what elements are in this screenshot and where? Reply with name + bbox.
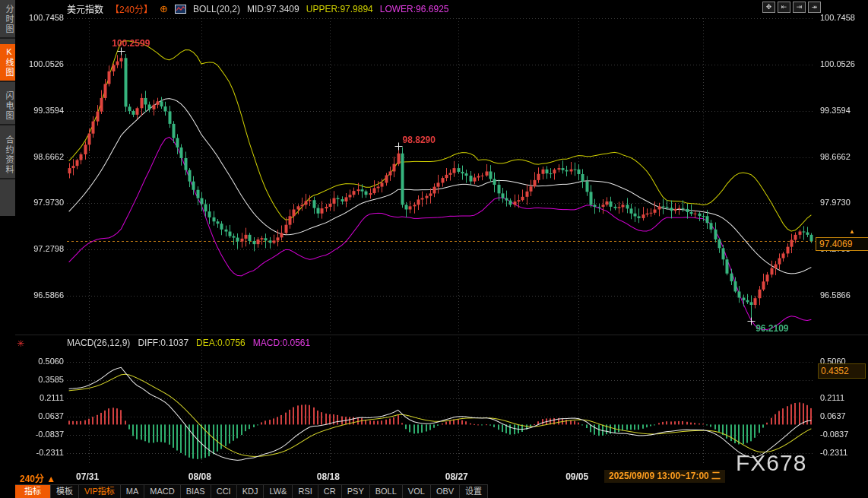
date-label-0: 07/31 (76, 471, 99, 482)
toolbar-item-12[interactable]: BOLL (370, 485, 403, 498)
toolbar-item-9[interactable]: RSI (293, 485, 318, 498)
price-label-left-3: 98.6662 (17, 152, 64, 161)
toolbar-item-13[interactable]: VOL (403, 485, 431, 498)
toolbar-item-5[interactable]: BIAS (181, 485, 211, 498)
boll-params-label: BOLL(20,2) (193, 4, 240, 14)
sidebar-item-1[interactable]: K线图 (0, 44, 15, 82)
price-label-left-1: 100.0526 (17, 59, 64, 68)
date-label-2: 08/18 (317, 471, 340, 482)
macd-label-left-4: -0.0837 (17, 430, 64, 439)
boll-mid-value: MID:97.3409 (247, 4, 299, 14)
pan-right-icon[interactable]: ⇥ (793, 2, 806, 13)
period-label[interactable]: 【240分】 (110, 2, 153, 15)
sidebar-item-0[interactable]: 分时图 (0, 2, 15, 39)
toolbar-item-6[interactable]: CCI (211, 485, 237, 498)
macd-label-right-3: 0.0637 (820, 411, 846, 420)
macd-macd-value: MACD:0.0561 (253, 338, 310, 348)
current-bar-time: 2025/09/09 13:00~17:00 二 (604, 470, 725, 483)
trading-terminal: 分时图K线图闪电图合约资料 美元指数 【240分】 ⊕ BOLL(20,2) M… (0, 0, 868, 498)
chart-annotation-2: 96.2109 (756, 323, 788, 334)
period-selector[interactable]: 240分 ▲ (20, 471, 55, 484)
price-marker-icon: ▲ (849, 228, 855, 235)
symbol-name: 美元指数 (67, 2, 103, 15)
macd-highlight-value: 0.4352 (818, 363, 866, 379)
price-label-left-6: 96.5866 (17, 290, 64, 300)
toolbar-item-10[interactable]: CR (318, 485, 342, 498)
price-label-left-0: 100.7458 (17, 13, 64, 22)
macd-label-right-4: -0.0837 (820, 430, 848, 439)
pan-left-icon[interactable]: ⇤ (778, 2, 790, 13)
macd-label-right-2: 0.2111 (820, 393, 844, 402)
toolbar-item-14[interactable]: OBV (431, 485, 460, 498)
current-price-box[interactable]: 97.4069 (816, 237, 868, 251)
toolbar-item-2[interactable]: VIP指标 (79, 485, 121, 498)
pan-icon[interactable]: ✥ (762, 2, 775, 13)
boll-upper-value: UPPER:97.9894 (306, 4, 373, 14)
price-label-right-2: 99.3594 (820, 106, 851, 115)
toolbar-item-1[interactable]: 模板 (51, 485, 79, 498)
toolbar-item-11[interactable]: PSY (342, 485, 370, 498)
chart-title-bar: 美元指数 【240分】 ⊕ BOLL(20,2) MID:97.3409 UPP… (67, 2, 449, 15)
macd-label-right-5: -0.2311 (820, 448, 848, 457)
toolbar-item-4[interactable]: MACD (144, 485, 180, 498)
macd-header: MACD(26,12,9) DIFF:0.1037 DEA:0.0756 MAC… (67, 338, 310, 348)
macd-dea-value: DEA:0.0756 (196, 338, 246, 348)
toolbar-item-15[interactable]: 设置 (460, 485, 488, 498)
macd-flag-icon[interactable]: ✳ (17, 338, 24, 349)
date-label-4: 09/05 (565, 471, 588, 482)
sidebar-item-3[interactable]: 合约资料 (0, 132, 15, 179)
boll-lower-value: LOWER:96.6925 (380, 4, 449, 14)
crosshair-icon[interactable]: ⊕ (160, 3, 168, 14)
indicator-toolbar: 指标模板VIP指标MAMACDBIASCCIKDJLW&RSICRPSYBOLL… (15, 484, 488, 498)
price-label-right-6: 96.5866 (820, 290, 851, 300)
macd-label-left-1: 0.3585 (17, 375, 64, 384)
chart-nav-buttons: ✥⇤⇥↠ (762, 2, 821, 13)
price-label-left-4: 97.9730 (17, 198, 64, 207)
price-label-right-3: 98.6662 (820, 152, 851, 161)
indicator-chart-icon[interactable] (175, 5, 186, 14)
macd-params-label: MACD(26,12,9) (67, 338, 130, 348)
price-label-left-5: 97.2798 (17, 244, 64, 253)
chart-annotation-0: 100.2599 (112, 38, 150, 49)
macd-label-left-2: 0.2111 (17, 393, 64, 402)
price-label-right-4: 97.9730 (820, 198, 851, 207)
toolbar-item-7[interactable]: KDJ (237, 485, 265, 498)
price-label-right-1: 100.0526 (820, 59, 855, 68)
toolbar-item-0[interactable]: 指标 (15, 485, 51, 498)
left-sidebar: 分时图K线图闪电图合约资料 (0, 0, 15, 498)
price-chart-canvas[interactable] (0, 0, 868, 498)
macd-label-left-0: 0.5060 (17, 357, 64, 366)
macd-diff-value: DIFF:0.1037 (138, 338, 188, 348)
toolbar-item-3[interactable]: MA (121, 485, 145, 498)
date-label-3: 08/27 (445, 471, 468, 482)
toolbar-item-8[interactable]: LW& (264, 485, 293, 498)
date-label-1: 08/08 (188, 471, 211, 482)
macd-label-left-5: -0.2311 (17, 448, 64, 457)
price-label-right-0: 100.7458 (820, 13, 855, 22)
price-label-left-2: 99.3594 (17, 106, 64, 115)
brand-watermark: FX678 (736, 450, 806, 476)
sidebar-item-2[interactable]: 闪电图 (0, 88, 15, 125)
macd-label-left-3: 0.0637 (17, 411, 64, 420)
goto-latest-icon[interactable]: ↠ (808, 2, 821, 13)
chart-annotation-1: 98.8290 (403, 135, 436, 145)
